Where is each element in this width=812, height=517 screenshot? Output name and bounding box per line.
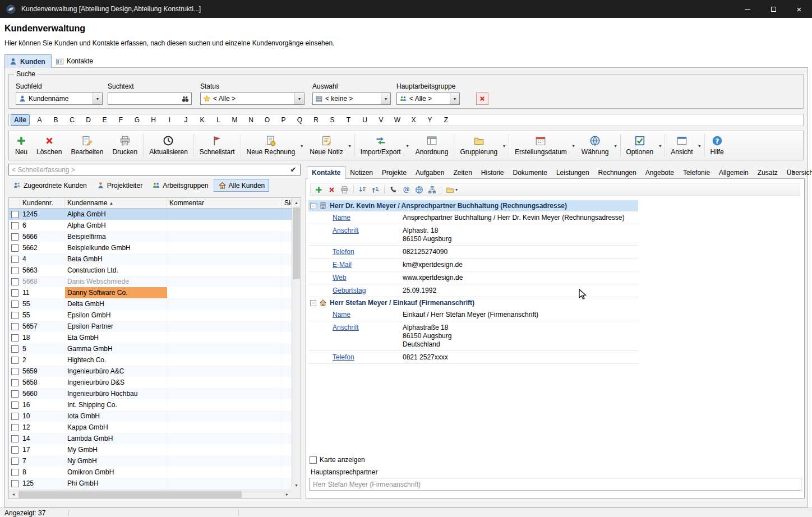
chevron-down-icon[interactable]: ▾ [450, 93, 459, 104]
chevron-down-icon[interactable]: ▾ [381, 93, 390, 104]
row-checkbox[interactable] [11, 233, 19, 241]
table-row[interactable]: 5658Ingenieurbüro D&S [9, 377, 292, 388]
alphabet-j[interactable]: J [178, 115, 194, 125]
scroll-up-icon[interactable]: ▲ [292, 198, 301, 207]
row-checkbox[interactable] [11, 267, 19, 274]
ansicht-button[interactable]: Ansicht▾ [666, 132, 703, 159]
row-checkbox[interactable] [11, 390, 19, 398]
clear-search-button[interactable] [476, 93, 488, 105]
alphabet-alle[interactable]: Alle [11, 114, 30, 126]
alphabet-t[interactable]: T [340, 115, 357, 125]
suchfeld-combo[interactable]: Kundenname ▾ [16, 93, 103, 105]
drucken-button[interactable]: Drucken [108, 132, 142, 159]
table-row[interactable]: 1245Alpha GmbH [9, 209, 292, 220]
binoculars-icon[interactable] [181, 95, 190, 103]
table-row[interactable]: 5Gamma GmbH [9, 343, 292, 354]
detail-tab-projekte[interactable]: Projekte [377, 167, 411, 179]
hauptarbeitsgruppe-combo[interactable]: < Alle > ▾ [396, 93, 460, 105]
chevron-down-icon[interactable]: ▾ [294, 93, 304, 104]
detail-tab-aufgaben[interactable]: Aufgaben [411, 167, 449, 179]
detail-tab-telefonie[interactable]: Telefonie [679, 167, 714, 179]
zugeordnete-kunden-filter-button[interactable]: Zugeordnete Kunden [8, 179, 91, 192]
vertical-scrollbar[interactable]: ▲ ▼ [292, 198, 301, 490]
alphabet-v[interactable]: V [373, 115, 389, 125]
table-row[interactable]: 12Kappa GmbH [9, 422, 292, 433]
detail-tab-leistungen[interactable]: Leistungen [552, 167, 594, 179]
alphabet-b[interactable]: B [48, 115, 64, 125]
row-checkbox[interactable] [11, 256, 19, 263]
chevron-down-icon[interactable]: ▾ [93, 93, 102, 104]
neue-notiz-button[interactable]: Neue Notiz▾ [305, 132, 353, 159]
arbeitsgruppen-filter-button[interactable]: Arbeitsgruppen [147, 179, 213, 192]
row-checkbox[interactable] [11, 301, 19, 308]
add-contact-button[interactable] [313, 184, 324, 195]
table-row[interactable]: 18Eta GmbH [9, 332, 292, 343]
table-row[interactable]: 4Beta GmbH [9, 253, 292, 265]
row-checkbox[interactable] [11, 244, 19, 252]
table-row[interactable]: 5663Construction Ltd. [9, 265, 292, 276]
folder-open-button[interactable]: ▾ [445, 184, 459, 195]
phone-button[interactable] [388, 184, 399, 195]
checkmark-icon[interactable]: ✔ [287, 165, 300, 174]
detail-tab-allgemein[interactable]: Allgemein [714, 167, 753, 179]
karte-anzeigen-checkbox[interactable] [310, 456, 317, 464]
row-checkbox[interactable] [11, 469, 19, 476]
maximize-button[interactable] [760, 0, 786, 18]
row-checkbox[interactable] [11, 379, 19, 386]
anordnung-button[interactable]: Anordnung [411, 132, 453, 159]
contact-field-label-web[interactable]: Web [333, 274, 403, 282]
suchtext-input[interactable] [108, 94, 181, 104]
row-checkbox[interactable] [11, 435, 19, 442]
minimize-button[interactable] [735, 0, 760, 18]
scroll-down-icon[interactable]: ▼ [292, 481, 301, 490]
table-row[interactable]: 6Alpha GmbH [9, 220, 292, 231]
sort-desc-button[interactable] [357, 184, 368, 195]
neu-button[interactable]: Neu [11, 132, 32, 159]
contact-field-label-anschrift[interactable]: Anschrift [333, 324, 403, 349]
contact-group-header[interactable]: −Herr Dr. Kevin Meyer / Ansprechpartner … [308, 200, 638, 211]
row-checkbox[interactable] [11, 289, 19, 297]
projektleiter-filter-button[interactable]: Projektleiter [92, 179, 147, 192]
table-row[interactable]: 5660Ingenieurbüro Hochbau [9, 388, 292, 399]
alphabet-y[interactable]: Y [422, 115, 438, 125]
sort-asc-button[interactable] [370, 184, 381, 195]
tab-kontakte[interactable]: Kontakte [52, 54, 99, 68]
table-row[interactable]: 14Lambda GmbH [9, 433, 292, 444]
import-export-button[interactable]: Import/Export▾ [356, 132, 411, 159]
row-checkbox[interactable] [11, 222, 19, 229]
gruppierung-button[interactable]: Gruppierung▾ [455, 132, 507, 159]
vertical-scroll-thumb[interactable] [293, 207, 300, 279]
row-checkbox[interactable] [11, 323, 19, 330]
table-row[interactable]: 17My GmbH [9, 444, 292, 455]
alphabet-w[interactable]: W [389, 115, 405, 125]
table-row[interactable]: 5657Epsilon Partner [9, 321, 292, 332]
detail-tab-dokumente[interactable]: Dokumente [509, 167, 552, 179]
hierarchy-button[interactable] [427, 184, 437, 195]
row-checkbox[interactable] [11, 345, 19, 353]
detail-tabs-overflow[interactable]: ▾ [792, 169, 795, 175]
contact-field-label-name[interactable]: Name [333, 214, 403, 222]
collapse-expander-icon[interactable]: − [310, 203, 316, 209]
alphabet-o[interactable]: O [259, 115, 275, 125]
table-row[interactable]: 5668Danis Webschmiede [9, 276, 292, 287]
table-row[interactable]: 55Delta GmbH [9, 298, 292, 310]
alphabet-n[interactable]: N [243, 115, 259, 125]
alphabet-u[interactable]: U [357, 115, 373, 125]
row-checkbox[interactable] [11, 413, 19, 420]
row-checkbox[interactable] [11, 401, 19, 409]
table-row[interactable]: 5662Beispielkunde GmbH [9, 242, 292, 253]
alphabet-s[interactable]: S [324, 115, 340, 125]
bearbeiten-button[interactable]: Bearbeiten [66, 132, 108, 159]
table-row[interactable]: 55Epsilon GmbH [9, 310, 292, 321]
close-button[interactable]: × [786, 0, 812, 18]
schnellstart-button[interactable]: Schnellstart [195, 132, 239, 159]
alphabet-e[interactable]: E [96, 115, 113, 125]
row-checkbox[interactable] [11, 211, 19, 218]
detail-tab-notizen[interactable]: Notizen [345, 167, 377, 179]
row-checkbox[interactable] [11, 446, 19, 454]
aktualisieren-button[interactable]: Aktualisieren [145, 132, 192, 159]
table-row[interactable]: 2Hightech Co. [9, 354, 292, 366]
alphabet-d[interactable]: D [80, 115, 96, 125]
alphabet-c[interactable]: C [64, 115, 80, 125]
alphabet-i[interactable]: I [162, 115, 178, 125]
